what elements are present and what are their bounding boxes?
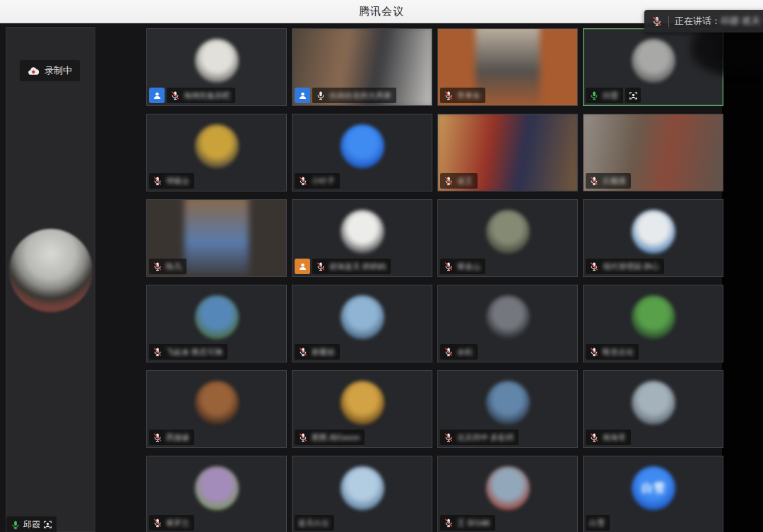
participant-tile[interactable]: 南海哥 (583, 370, 723, 448)
speaking-mic-icon (11, 520, 20, 530)
tile-bottom-row: 唯意志论 (586, 344, 639, 360)
tile-bottom-row: 碧海蓝天 婷婷妈 (295, 259, 391, 274)
participant-nameplate: 现代管理园 静心 (586, 259, 664, 274)
participant-avatar (486, 466, 530, 510)
participant-avatar (341, 466, 384, 510)
participant-avatar: 白雪 (632, 466, 675, 510)
participant-name: 白雪 (589, 518, 605, 528)
muted-mic-icon (316, 261, 326, 271)
tile-bottom-row: 明镜台 (149, 173, 194, 189)
participant-name: 明镜台 (166, 176, 189, 187)
participant-avatar (341, 295, 384, 339)
right-black-strip (722, 23, 763, 532)
self-video-tile[interactable]: 录制中 邱霞 (6, 27, 95, 532)
participant-tile[interactable]: 蓝天白云 (292, 456, 432, 532)
recording-status-label: 录制中 (45, 64, 72, 77)
tile-bottom-row: 南海哥 (586, 430, 631, 445)
participant-avatar (195, 124, 239, 168)
tile-bottom-row: 西遊缘 (149, 430, 194, 445)
participant-grid: 海阔凭鱼跃吧 自由自在的大风筝 李单东 邱霞 明镜台 小叶子 老王 吕颖璞 (146, 28, 722, 532)
participant-nameplate: 王 菲Gi林 (440, 515, 495, 531)
participant-name: 余杭 (457, 347, 473, 357)
participant-avatar (632, 210, 675, 254)
participant-nameplate: 北京四中 多彩玥 (440, 430, 519, 445)
muted-mic-icon (153, 347, 162, 357)
participant-tile[interactable]: 明镜台 (146, 114, 287, 191)
participant-name: 西遊缘 (166, 432, 189, 443)
participant-tile[interactable]: 海阔凭鱼跃吧 (146, 28, 287, 106)
participant-tile[interactable]: 碧海蓝天 婷婷妈 (292, 199, 432, 277)
portrait-focus-icon (43, 520, 52, 529)
participant-nameplate: 飞起来 憨态可掬 (149, 344, 227, 360)
participant-tile[interactable]: 陈凡 (146, 199, 287, 277)
tile-bottom-row: 白雪 (586, 515, 610, 531)
muted-mic-icon (153, 518, 162, 528)
participant-tile[interactable]: 西遊缘 (146, 370, 287, 448)
muted-mic-icon (651, 16, 663, 27)
participant-name: 自由自在的大风筝 (329, 90, 391, 101)
muted-mic-icon (444, 90, 454, 100)
participant-tile[interactable]: 余杭 (437, 285, 578, 362)
participant-name: 吕颖璞 (603, 176, 626, 187)
participant-nameplate: 新疆娃 (295, 344, 340, 360)
participant-name: 蓝天白云 (298, 518, 329, 528)
participant-tile[interactable]: 小叶子 (292, 114, 432, 191)
participant-tile[interactable]: 图图.相Gason (292, 370, 432, 448)
tile-bottom-row: 老王 (440, 173, 478, 189)
person-icon (153, 91, 162, 100)
participant-tile[interactable]: 紫金山 (437, 199, 578, 277)
participant-nameplate: 陈凡 (149, 259, 187, 274)
participant-tile[interactable]: 吕颖璞 (583, 114, 723, 191)
muted-mic-icon (589, 261, 599, 271)
participant-tile[interactable]: 北京四中 多彩玥 (437, 370, 578, 448)
participant-avatar (486, 295, 530, 339)
portrait-focus-icon (629, 91, 638, 100)
participant-name: 碧海蓝天 婷婷妈 (329, 261, 386, 272)
participant-nameplate: 小叶子 (295, 173, 340, 189)
tile-bottom-row: 陈凡 (149, 259, 187, 274)
participant-name: 陈凡 (166, 261, 182, 272)
participant-name: 紫罗兰 (166, 518, 189, 528)
participant-tile[interactable]: 白雪白雪 (583, 456, 723, 532)
toast-divider (668, 16, 669, 27)
participant-nameplate: 明镜台 (149, 173, 194, 189)
participant-nameplate: 蓝天白云 (295, 515, 334, 531)
record-cloud-icon (28, 66, 40, 76)
participant-tile[interactable]: 紫罗兰 (146, 456, 287, 532)
participant-tile[interactable]: 飞起来 憨态可掬 (146, 285, 287, 362)
corner-shadow (689, 28, 763, 78)
tile-bottom-row: 小叶子 (295, 173, 340, 189)
participant-name: 唯意志论 (603, 347, 634, 357)
muted-mic-icon (589, 432, 599, 442)
muted-mic-icon (298, 347, 308, 357)
participant-tile[interactable]: 李单东 (437, 28, 578, 106)
participant-nameplate: 白雪 (586, 515, 610, 531)
participant-tile[interactable]: 现代管理园 静心 (583, 199, 723, 277)
participant-nameplate: 紫罗兰 (149, 515, 194, 531)
participant-avatar (195, 295, 239, 339)
tile-bottom-row: 新疆娃 (295, 344, 340, 360)
participant-tile[interactable]: 唯意志论 (583, 285, 723, 362)
tile-bottom-row: 吕颖璞 (586, 173, 631, 189)
participant-tile[interactable]: 王 菲Gi林 (437, 456, 578, 532)
tile-bottom-row: 紫金山 (440, 259, 485, 274)
participant-nameplate: 余杭 (440, 344, 478, 360)
participant-avatar (341, 124, 384, 168)
tile-bottom-row: 海阔凭鱼跃吧 (149, 88, 235, 103)
recording-status-badge: 录制中 (20, 60, 80, 81)
tile-bottom-row: 王 菲Gi林 (440, 515, 495, 531)
participant-name: 图图.相Gason (312, 432, 360, 443)
portrait-focus-chip (625, 88, 641, 103)
participant-tile[interactable]: 老王 (437, 114, 578, 191)
muted-mic-icon (153, 176, 162, 186)
participant-name: 紫金山 (457, 261, 480, 272)
participant-tile[interactable]: 新疆娃 (292, 285, 432, 362)
self-nameplate: 邱霞 (6, 516, 57, 532)
toast-prefix: 正在讲话： (675, 16, 721, 26)
muted-mic-icon (589, 347, 599, 357)
tile-bottom-row: 图图.相Gason (295, 430, 365, 445)
participant-tile[interactable]: 自由自在的大风筝 (292, 28, 432, 106)
tile-bottom-row: 现代管理园 静心 (586, 259, 664, 274)
participant-name: 邱霞 (603, 90, 618, 101)
active-speaker-toast: 正在讲话：邱霞·览天 (644, 10, 763, 32)
